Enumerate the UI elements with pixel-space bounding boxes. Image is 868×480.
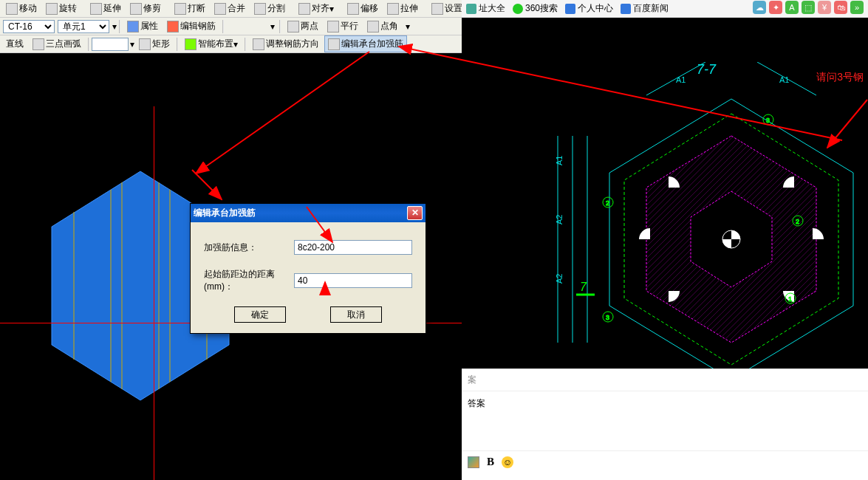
dialog-field-dist: 起始筋距边的距离(mm)：	[204, 268, 412, 293]
merge-button[interactable]: 合并	[211, 0, 249, 17]
edit-rebar-icon	[167, 21, 179, 32]
editplatform-button[interactable]: 编辑承台加强筋	[324, 35, 407, 52]
bold-button[interactable]: B	[487, 456, 494, 468]
svg-text:2: 2	[606, 199, 609, 207]
paw-icon	[621, 4, 631, 14]
parallel-button[interactable]: 平行	[324, 18, 362, 35]
parallel-icon	[327, 21, 339, 32]
svg-text:1: 1	[788, 295, 792, 303]
align-button[interactable]: 对齐▾	[295, 0, 338, 17]
adjdir-button[interactable]: 调整钢筋方向	[249, 35, 323, 52]
hexagon-section-drawing: A1 A1 A1 A2 A2 2 3 3 2 1 7	[536, 62, 868, 368]
align-icon	[298, 3, 310, 15]
currency-icon[interactable]: ¥	[818, 1, 831, 14]
answer-panel: 案 答案 B ☺	[462, 368, 868, 480]
offset-icon	[347, 3, 359, 15]
rect-icon	[139, 38, 151, 50]
line-button[interactable]: 直线	[2, 35, 27, 52]
value-input[interactable]	[92, 38, 129, 51]
trim-icon	[130, 3, 142, 15]
site-icon	[466, 4, 476, 14]
trim-button[interactable]: 修剪	[126, 0, 165, 17]
rect-button[interactable]: 矩形	[135, 35, 174, 52]
label-rebar-info: 加强筋信息：	[204, 241, 294, 254]
ptangle-button[interactable]: 点角	[363, 18, 402, 35]
twopt-button[interactable]: 两点	[284, 18, 322, 35]
bookmark-personal[interactable]: 个人中心	[565, 2, 613, 15]
bookmark-quanzhi[interactable]: 址大全	[466, 2, 505, 15]
svg-text:2: 2	[796, 218, 799, 225]
bookmark-baidunews[interactable]: 百度新闻	[621, 2, 669, 15]
move-button[interactable]: 移动	[2, 0, 41, 17]
split-button[interactable]: 分割	[250, 0, 289, 17]
dialog-titlebar[interactable]: 编辑承台加强筋 ✕	[191, 204, 426, 222]
svg-text:A1: A1	[779, 75, 789, 84]
answer-label-text: 答案	[468, 398, 485, 408]
crosshair-vertical	[154, 106, 154, 480]
extension-icon[interactable]: ⬚	[802, 1, 815, 14]
toolbar-separator	[245, 38, 246, 51]
stretch-button[interactable]: 拉伸	[383, 0, 422, 17]
svg-text:A2: A2	[555, 215, 564, 224]
right-drawing-viewport[interactable]: 7-7 请问3号钢	[462, 18, 868, 368]
break-icon	[174, 3, 186, 15]
input-start-distance[interactable]	[294, 273, 412, 288]
app-icon[interactable]: ✦	[769, 1, 782, 14]
toolbar-separator	[279, 20, 281, 33]
svg-text:A2: A2	[555, 274, 564, 284]
edit-platform-rebar-dialog: 编辑承台加强筋 ✕ 加强筋信息： 起始筋距边的距离(mm)： 确定 取消	[190, 203, 426, 334]
answer-body: 答案	[462, 391, 868, 416]
answer-header: 案	[462, 369, 868, 391]
more-icon[interactable]: »	[850, 1, 864, 14]
label-start-distance: 起始筋距边的距离(mm)：	[204, 268, 294, 293]
toolbar-separator	[222, 20, 224, 33]
svg-text:A1: A1	[555, 156, 564, 165]
arc3-button[interactable]: 三点画弧	[29, 35, 85, 52]
offset-button[interactable]: 偏移	[344, 0, 382, 17]
stretch-icon	[387, 3, 399, 15]
svg-text:A1: A1	[676, 75, 686, 84]
bookmark-360search[interactable]: 360搜索	[513, 2, 558, 15]
emoji-icon[interactable]: ☺	[502, 456, 513, 468]
cloud-icon[interactable]: ☁	[753, 1, 766, 14]
input-rebar-info[interactable]	[294, 240, 412, 255]
paw-icon	[565, 4, 575, 14]
setgrip-icon	[431, 3, 443, 15]
image-icon[interactable]	[468, 456, 479, 468]
move-icon	[6, 3, 18, 15]
arc-icon	[33, 38, 44, 50]
ok-button[interactable]: 确定	[234, 306, 286, 323]
close-icon: ✕	[411, 208, 419, 218]
hot-answer-label: 案	[468, 374, 476, 386]
cancel-button[interactable]: 取消	[330, 306, 382, 323]
shop-icon[interactable]: 🛍	[834, 1, 847, 14]
editrebar-button[interactable]: 编辑钢筋	[163, 18, 219, 35]
editor-toolbar: B ☺	[462, 450, 868, 473]
point-angle-icon	[367, 21, 379, 32]
ct-combo[interactable]: CT-16	[3, 20, 55, 33]
extend-button[interactable]: 延伸	[86, 0, 125, 17]
properties-icon	[127, 21, 139, 32]
toolbar-row-3: 直线 三点画弧 ▾ 矩形 智能布置▾ 调整钢筋方向 编辑承台加强筋	[0, 35, 462, 53]
toolbar-separator	[119, 20, 120, 33]
edit-platform-rebar-icon	[328, 38, 340, 50]
break-button[interactable]: 打断	[171, 0, 209, 17]
browser-utility-icons: ☁ ✦ A ⬚ ¥ 🛍 »	[753, 1, 864, 14]
props-button[interactable]: 属性	[123, 18, 162, 35]
360-icon	[513, 4, 523, 14]
browser-bookmark-bar: 址大全 360搜索 个人中心 百度新闻 ☁ ✦ A ⬚ ¥ 🛍 »	[462, 0, 868, 18]
adjust-direction-icon	[253, 38, 264, 50]
dialog-body: 加强筋信息： 起始筋距边的距离(mm)： 确定 取消	[191, 222, 426, 333]
smart-place-icon	[185, 38, 197, 50]
dialog-close-button[interactable]: ✕	[407, 206, 423, 220]
svg-text:3: 3	[606, 314, 609, 321]
toolbar-row-2: CT-16 单元1 ▾ 属性 编辑钢筋 ▾ 两点 平行 点角 ▾	[0, 18, 462, 35]
translate-icon[interactable]: A	[785, 1, 799, 14]
svg-text:7: 7	[580, 281, 587, 293]
toolbar-separator	[177, 38, 178, 51]
rotate-button[interactable]: 旋转	[42, 0, 81, 17]
dialog-field-info: 加强筋信息：	[204, 240, 412, 255]
toolbar-row-1: 移动 旋转 延伸 修剪 打断 合并 分割 对齐▾ 偏移 拉伸 设置夹点	[0, 0, 462, 18]
unit-combo[interactable]: 单元1	[58, 20, 109, 33]
smartplace-button[interactable]: 智能布置▾	[181, 35, 242, 52]
